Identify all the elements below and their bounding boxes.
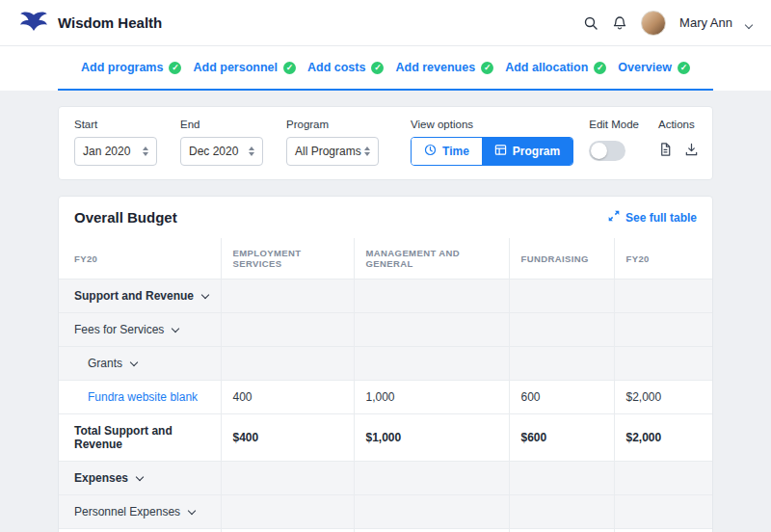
brand-name: Wisdom Health [58, 14, 162, 31]
program-filter: Program All Programs [286, 119, 379, 166]
tab-label: Add personnel [193, 61, 278, 74]
value-cell [614, 462, 712, 495]
edit-mode-label: Edit Mode [589, 119, 639, 130]
value-cell: $2,000 [614, 414, 712, 462]
value-cell [509, 347, 614, 381]
value-cell [509, 495, 614, 529]
program-label: Program [286, 119, 379, 130]
page-title: Overall Budget [74, 209, 177, 226]
table-row: Support and Revenue [59, 279, 712, 313]
brand: Wisdom Health [19, 11, 162, 36]
end-filter: End Dec 2020 [180, 119, 263, 166]
user-menu-chevron-icon[interactable] [746, 14, 752, 32]
value-cell [221, 495, 354, 529]
tab-label: Add allocation [505, 61, 588, 74]
check-circle-icon: ✓ [169, 62, 181, 74]
value-cell [354, 462, 509, 495]
avatar[interactable] [641, 11, 666, 36]
tab-add-personnel[interactable]: Add personnel✓ [193, 61, 296, 74]
row-label-cell: Personnel Expenses [59, 495, 221, 529]
bell-icon[interactable] [612, 15, 627, 31]
value-cell [614, 495, 712, 529]
value-cell [509, 462, 614, 495]
actions-label: Actions [658, 119, 699, 130]
wizard-tabs: Add programs✓Add personnel✓Add costs✓Add… [0, 46, 771, 91]
tab-add-programs[interactable]: Add programs✓ [81, 61, 181, 74]
filter-bar: Start Jan 2020 End Dec 2020 Program All … [58, 106, 713, 180]
program-view-icon [494, 144, 507, 159]
row-label-cell: Full Time Staff [59, 529, 221, 532]
end-select[interactable]: Dec 2020 [180, 137, 263, 166]
view-options-label: View options [411, 119, 573, 130]
value-cell: 387.54 [221, 529, 354, 532]
value-cell [354, 495, 509, 529]
budget-card: Overall Budget See full table FY20EMPLOY… [58, 196, 713, 532]
expand-icon [608, 210, 620, 225]
value-cell: $2,000 [614, 381, 712, 414]
tab-add-revenues[interactable]: Add revenues✓ [395, 61, 493, 74]
select-stepper-icon [143, 146, 148, 156]
start-select-value: Jan 2020 [83, 145, 130, 158]
table-row: Personnel Expenses [59, 495, 712, 529]
row-label: Personnel Expenses [74, 505, 180, 519]
value-cell: 1,000 [354, 381, 509, 414]
table-row: Grants [59, 347, 712, 381]
budget-table-body: Support and RevenueFees for ServicesGran… [59, 279, 712, 532]
check-circle-icon: ✓ [594, 62, 606, 74]
tab-overview[interactable]: Overview✓ [618, 61, 690, 74]
value-cell [221, 347, 354, 381]
tab-label: Add costs [307, 61, 365, 74]
value-cell [614, 313, 712, 347]
view-options-field: View options Time Program [411, 119, 573, 166]
see-full-table-link[interactable]: See full table [608, 210, 697, 225]
chevron-down-icon[interactable] [136, 473, 144, 481]
toggle-knob [591, 143, 607, 159]
tab-add-costs[interactable]: Add costs✓ [307, 61, 384, 74]
start-select[interactable]: Jan 2020 [74, 137, 157, 166]
view-program-button[interactable]: Program [482, 138, 572, 165]
tab-add-allocation[interactable]: Add allocation✓ [505, 61, 606, 74]
program-select[interactable]: All Programs [286, 137, 379, 166]
value-cell [221, 279, 354, 313]
value-cell [354, 279, 509, 313]
download-button[interactable] [684, 142, 699, 157]
search-icon[interactable] [583, 15, 598, 31]
budget-table: FY20EMPLOYMENT SERVICESMANAGEMENT AND GE… [59, 238, 712, 532]
start-label: Start [74, 119, 157, 130]
value-cell [354, 347, 509, 381]
export-file-button[interactable] [658, 142, 673, 157]
end-select-value: Dec 2020 [189, 145, 238, 158]
column-header: FY20 [59, 238, 221, 279]
row-label: Fees for Services [74, 323, 164, 336]
row-label-cell: Fundra website blank [59, 381, 221, 414]
check-circle-icon: ✓ [678, 62, 690, 74]
program-select-value: All Programs [295, 145, 361, 158]
column-header: FUNDRAISING [509, 238, 614, 279]
row-link[interactable]: Fundra website blank [88, 390, 198, 404]
table-row: Fees for Services [59, 313, 712, 347]
chevron-down-icon[interactable] [130, 359, 138, 366]
wizard-tabs-list: Add programs✓Add personnel✓Add costs✓Add… [58, 46, 713, 91]
check-circle-icon: ✓ [371, 62, 384, 74]
view-time-button[interactable]: Time [412, 138, 482, 165]
value-cell [509, 279, 614, 313]
column-header: FY20 [614, 238, 712, 279]
column-header: MANAGEMENT AND GENERAL [354, 238, 509, 279]
table-row: Total Support and Revenue$400$1,000$600$… [59, 414, 712, 462]
app-header: Wisdom Health Mary Ann [0, 0, 771, 46]
select-stepper-icon [364, 146, 370, 156]
chevron-down-icon[interactable] [188, 507, 196, 515]
end-label: End [180, 119, 263, 130]
row-label: Support and Revenue [74, 289, 194, 303]
column-header: EMPLOYMENT SERVICES [221, 238, 354, 279]
select-stepper-icon [249, 146, 254, 156]
row-label-cell: Fees for Services [59, 313, 221, 347]
check-circle-icon: ✓ [481, 62, 493, 74]
chevron-down-icon[interactable] [172, 325, 179, 332]
start-filter: Start Jan 2020 [74, 119, 157, 166]
table-row: Fundra website blank4001,000600$2,000 [59, 381, 712, 414]
see-full-table-label: See full table [625, 211, 697, 225]
chevron-down-icon[interactable] [201, 291, 209, 299]
edit-mode-toggle[interactable] [589, 141, 625, 161]
value-cell [614, 279, 712, 313]
